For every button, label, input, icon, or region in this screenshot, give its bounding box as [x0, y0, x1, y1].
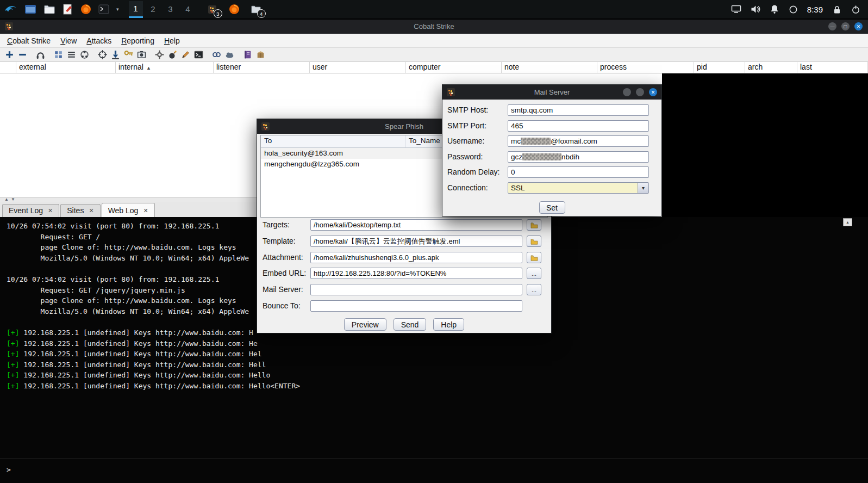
workspace-1[interactable]: 1: [129, 1, 143, 18]
bounce-to-input[interactable]: [310, 300, 522, 312]
send-button[interactable]: Send: [394, 318, 427, 331]
mail-server-title-bar[interactable]: Mail Server ✕: [442, 85, 661, 100]
console-input-divider: [0, 459, 868, 459]
downloads-icon[interactable]: [109, 48, 122, 61]
smtp-host-input[interactable]: smtp.qq.com: [508, 104, 649, 116]
close-icon[interactable]: ✕: [143, 207, 148, 214]
embed-url-label: Embed URL:: [263, 268, 306, 279]
minimize-button[interactable]: [623, 88, 631, 96]
spear-phish-actions: PreviewSendHelp: [257, 318, 551, 331]
connection-select[interactable]: SSL▾: [508, 182, 649, 194]
close-button[interactable]: ✕: [649, 88, 657, 96]
minimize-button[interactable]: —: [828, 22, 836, 30]
set-button[interactable]: Set: [539, 201, 565, 214]
links-icon[interactable]: [210, 48, 223, 61]
notifications-icon[interactable]: [770, 4, 779, 14]
new-connection-icon[interactable]: [3, 48, 16, 61]
collapse-down-icon[interactable]: ▼: [11, 197, 15, 202]
app-grid-icon[interactable]: [52, 48, 65, 61]
collapse-up-icon[interactable]: ▲: [4, 197, 9, 202]
lock-icon[interactable]: [832, 5, 842, 14]
terminal-app-icon[interactable]: [98, 4, 109, 14]
attachment-input[interactable]: /home/kali/zhuishushenqi3.6.0_plus.apk: [310, 252, 522, 263]
volume-icon[interactable]: [751, 5, 760, 14]
window-button-files[interactable]: 4: [249, 3, 263, 16]
column-header-internal[interactable]: internal▲: [116, 62, 214, 73]
tab-web-log[interactable]: Web Log✕: [102, 203, 155, 217]
random-delay-input[interactable]: 0: [508, 166, 649, 178]
template-input[interactable]: /home/kali/【腾讯云】云监控阈值告警触发.eml: [310, 236, 522, 247]
close-icon[interactable]: ✕: [48, 207, 53, 214]
window-button-cobaltstrike[interactable]: 3: [206, 3, 219, 16]
display-icon[interactable]: [731, 5, 741, 14]
workspace-3[interactable]: 3: [164, 2, 178, 17]
menu-help[interactable]: Help: [159, 35, 185, 47]
targets-icon[interactable]: [96, 48, 109, 61]
menu-cobalt-strike[interactable]: Cobalt Strike: [2, 35, 55, 47]
column-header-note[interactable]: note: [502, 62, 597, 73]
column-header-arch[interactable]: arch: [745, 62, 797, 73]
menu-view[interactable]: View: [55, 35, 82, 47]
maximize-button[interactable]: [636, 88, 644, 96]
targets-input[interactable]: /home/kali/Desktop/temp.txt: [310, 219, 522, 231]
browse-dots-button[interactable]: ...: [527, 284, 541, 295]
attacks-icon[interactable]: [166, 48, 179, 61]
menu-reporting[interactable]: Reporting: [116, 35, 159, 47]
console-line: [+] 192.168.225.1 [undefined] Keys http:…: [7, 338, 868, 349]
chevron-down-icon[interactable]: ▾: [116, 7, 119, 12]
browse-folder-button[interactable]: [527, 219, 541, 231]
chevron-down-icon[interactable]: ▾: [638, 183, 648, 193]
screenshots-icon[interactable]: [135, 48, 148, 61]
settings-icon[interactable]: [153, 48, 166, 61]
close-button[interactable]: ✕: [854, 22, 863, 30]
password-input[interactable]: gcznbdih: [508, 151, 649, 163]
tab-sites[interactable]: Sites✕: [60, 204, 100, 217]
smtp-port-input[interactable]: 465: [508, 120, 649, 132]
reports-icon[interactable]: [241, 48, 254, 61]
tab-event-log[interactable]: Event Log✕: [2, 204, 59, 217]
scripts-icon[interactable]: [179, 48, 192, 61]
cloud-icon[interactable]: [223, 48, 236, 61]
column-header-computer[interactable]: computer: [406, 62, 502, 73]
menu-attacks[interactable]: Attacks: [82, 35, 116, 47]
browse-folder-button[interactable]: [527, 236, 541, 247]
folder-icon: [530, 222, 538, 228]
package-icon[interactable]: [254, 48, 267, 61]
table-view-icon[interactable]: [65, 48, 78, 61]
console-prompt[interactable]: >: [7, 466, 11, 474]
mail-server-input[interactable]: [310, 284, 522, 295]
scrollbar-up-button[interactable]: ▲: [843, 218, 852, 226]
column-header-listener[interactable]: listener: [214, 62, 310, 73]
targets-column-to[interactable]: To: [261, 135, 405, 147]
close-icon[interactable]: ✕: [89, 207, 93, 214]
kali-menu-icon[interactable]: [4, 4, 17, 15]
text-editor-app-icon[interactable]: [63, 4, 73, 15]
username-input[interactable]: mc@foxmail.com: [508, 135, 649, 147]
console-icon[interactable]: [192, 48, 205, 61]
workspace-2[interactable]: 2: [146, 2, 160, 17]
firefox-app-icon[interactable]: [80, 4, 91, 15]
files-app-icon[interactable]: [43, 4, 55, 14]
column-header-last[interactable]: last: [797, 62, 868, 73]
browse-folder-button[interactable]: [527, 252, 541, 263]
graph-view-icon[interactable]: [78, 48, 91, 61]
workspace-4[interactable]: 4: [181, 2, 195, 17]
browse-dots-button[interactable]: ...: [527, 268, 541, 279]
status-circle-icon[interactable]: [789, 5, 798, 14]
column-header-pid[interactable]: pid: [694, 62, 745, 73]
column-header-external[interactable]: external: [16, 62, 116, 73]
maximize-button[interactable]: ▢: [841, 22, 850, 30]
title-bar[interactable]: Cobalt Strike — ▢ ✕: [0, 20, 868, 34]
window-button-firefox[interactable]: [228, 3, 241, 16]
credentials-icon[interactable]: [122, 48, 135, 61]
help-button[interactable]: Help: [433, 318, 464, 331]
column-header-process[interactable]: process: [597, 62, 694, 73]
split-arrows[interactable]: ▲▼: [4, 197, 15, 202]
disconnect-icon[interactable]: [16, 48, 29, 61]
preview-button[interactable]: Preview: [344, 318, 386, 331]
listeners-icon[interactable]: [34, 48, 47, 61]
window-app-icon[interactable]: [24, 4, 36, 14]
power-icon[interactable]: [851, 5, 860, 14]
column-header-user[interactable]: user: [310, 62, 406, 73]
embed-url-input[interactable]: http://192.168.225.128:80/?id=%TOKEN%: [310, 268, 522, 279]
